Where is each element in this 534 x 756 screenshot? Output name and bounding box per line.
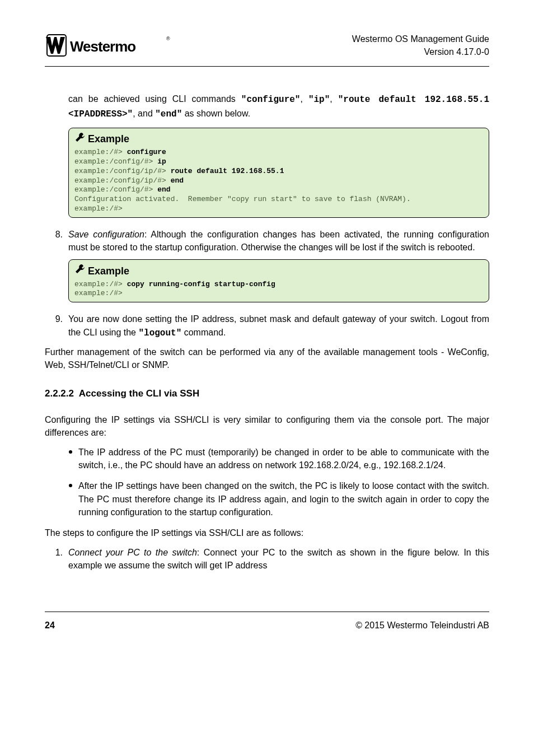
step-1-title: Connect your PC to the switch [68, 548, 197, 557]
page-header: Westermo ® Westermo OS Management Guide … [45, 0, 489, 67]
step-9-text-2: command. [181, 328, 226, 337]
svg-text:®: ® [166, 36, 170, 41]
header-text: Westermo OS Management Guide Version 4.1… [352, 32, 489, 58]
bullet-2-text: After the IP settings have been changed … [78, 479, 489, 519]
bullet-1: The IP address of the PC must (temporari… [68, 446, 489, 472]
cmd-logout: "logout" [138, 328, 181, 338]
version-line: Version 4.17.0-0 [352, 45, 489, 58]
section-title: Accessing the CLI via SSH [79, 388, 199, 399]
example-2-title-row: Example [74, 263, 483, 278]
svg-point-4 [69, 484, 72, 487]
section-num: 2.2.2.2 [45, 388, 74, 399]
step-9-num: 9. [45, 312, 68, 339]
example-1-title-row: Example [74, 132, 483, 147]
section-heading: 2.2.2.2 Accessing the CLI via SSH [45, 387, 489, 401]
steps-intro-paragraph: The steps to configure the IP settings v… [45, 526, 489, 539]
westermo-logo-icon: Westermo ® [45, 32, 174, 58]
example-1-title: Example [88, 132, 129, 146]
page-content: can be achieved using CLI commands "conf… [45, 67, 489, 572]
intro-paragraph: can be achieved using CLI commands "conf… [68, 92, 489, 120]
cmd-configure: "configure" [241, 95, 301, 105]
section-intro-paragraph: Configuring the IP settings via SSH/CLI … [45, 413, 489, 439]
step-9: 9. You are now done setting the IP addre… [45, 312, 489, 339]
bullet-list: The IP address of the PC must (temporari… [45, 446, 489, 519]
bullet-2: After the IP settings have been changed … [68, 479, 489, 519]
further-paragraph: Further management of the switch can be … [45, 346, 489, 371]
intro-text-2: as shown below. [182, 109, 250, 118]
example-box-1: Example example:/#> configureexample:/co… [68, 128, 489, 218]
step-1: 1. Connect your PC to the switch: Connec… [45, 546, 489, 572]
page-number: 24 [45, 619, 55, 632]
example-2-terminal: example:/#> copy running-config startup-… [74, 280, 483, 299]
cmd-ip: "ip" [308, 95, 330, 105]
wrench-icon [74, 263, 86, 278]
svg-text:Westermo: Westermo [70, 38, 135, 55]
bullet-dot-icon [68, 479, 78, 519]
step-8: 8. Save configuration: Although the conf… [45, 228, 489, 254]
page-footer: 24 © 2015 Westermo Teleindustri AB [45, 612, 489, 632]
bullet-1-text: The IP address of the PC must (temporari… [78, 446, 489, 472]
example-box-2: Example example:/#> copy running-config … [68, 259, 489, 302]
wrench-icon [74, 132, 86, 147]
cmd-end: "end" [155, 109, 182, 119]
bullet-dot-icon [68, 446, 78, 472]
step-1-num: 1. [45, 546, 68, 572]
intro-text-1: can be achieved using CLI commands [68, 94, 241, 104]
guide-title: Westermo OS Management Guide [352, 32, 489, 45]
example-1-terminal: example:/#> configureexample:/config/#> … [74, 148, 483, 214]
step-8-num: 8. [45, 228, 68, 254]
svg-point-3 [69, 450, 72, 454]
example-2-title: Example [88, 264, 129, 278]
copyright-text: © 2015 Westermo Teleindustri AB [355, 619, 489, 632]
step-8-title: Save configuration [68, 230, 144, 239]
logo: Westermo ® [45, 32, 174, 58]
step-9-text-1: You are now done setting the IP address,… [68, 314, 489, 337]
